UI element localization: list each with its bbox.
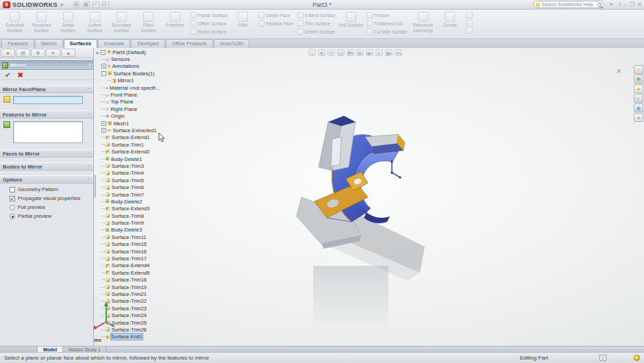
section-view-icon[interactable]: ◫ [337,49,345,56]
tree-item[interactable]: ◂▸−❖Part3 (Default) [95,49,186,55]
group-mirror-face-plane[interactable]: Mirror Face/Plane ⌃ [0,85,93,93]
toolbar-button-fillet[interactable]: Fillet [230,10,256,38]
toolbar-button-filled-surface[interactable]: Filled Surface [135,10,162,38]
toolbar-button-planar-surface[interactable]: Planar Surface [190,12,227,18]
file-explorer-icon[interactable]: ▰ [634,84,643,93]
toolbar-button-freeform[interactable]: Freeform [162,10,188,38]
undo-icon[interactable]: ↶ [92,1,99,8]
tab-office-products[interactable]: Office Products [166,39,213,48]
tree-item[interactable]: ⊠Body-Delete2 [95,198,186,205]
design-library-icon[interactable]: ▤ [634,75,643,84]
toolbar-button-reference-geometry[interactable]: Reference Geometry [410,10,436,38]
tree-item[interactable]: ◪Surface-Trim1 [95,141,186,148]
tree-item[interactable]: ◪Surface-Trim21 [95,290,186,297]
display-style-icon[interactable]: ◍ [356,49,364,56]
tree-item[interactable]: ◩Surface-Extend2 [95,148,186,155]
tab-sketch[interactable]: Sketch [35,39,63,48]
ok-button[interactable]: ✔ [5,71,10,79]
search-input[interactable]: Search SolidWorks Help [533,1,604,8]
tree-item[interactable]: ◩Surface-Extend3 [95,205,186,212]
solidworks-resources-icon[interactable]: ⌂ [634,65,643,74]
tree-item[interactable]: ◪Surface-Trim18 [95,277,186,284]
tab-scroll-area[interactable] [0,347,38,352]
tree-item[interactable]: −▣Surface Bodies(1) [95,70,186,77]
extra-tool-icon[interactable] [466,20,473,26]
checkbox-icon[interactable]: ✓ [10,196,15,201]
open-icon[interactable]: ▤ [73,1,80,8]
appearances-icon[interactable]: ● [634,113,643,122]
toolbar-button-untrim-surface[interactable]: Untrim Surface [297,29,335,35]
tree-item[interactable]: ◪Surface-Trim17 [95,255,186,262]
tree-item[interactable]: ≡Material <not specifi... [95,84,186,91]
option-full-preview[interactable]: Full preview [10,204,93,210]
tree-item[interactable]: ◨Mirror1 [95,77,186,84]
minimize-icon[interactable]: – [624,1,627,8]
rebuild-icon[interactable]: ⟳ [102,1,109,8]
zoom-to-fit-icon[interactable]: ⌂ [308,49,316,56]
toolbar-button-thickened-cut[interactable]: Thickened Cut [367,21,408,27]
tree-item[interactable]: ▱Top Plane [95,99,186,105]
toolbar-button-swept-surface[interactable]: Swept Surface [55,10,82,38]
toolbar-button-extruded-surface[interactable]: Extruded Surface [1,10,28,38]
extra-tool-icon[interactable] [466,12,473,18]
menu-expand-arrow[interactable]: ▸ [61,2,64,8]
propertymanager-tab-icon[interactable]: ▤ [16,49,30,57]
expand-icon[interactable]: + [101,121,106,126]
toolbar-button-trim-surface[interactable]: Trim Surface [297,21,335,27]
toolbar-button-thicken[interactable]: Thicken [367,12,408,18]
tab-scanto3d[interactable]: ScanTo3D [214,39,250,48]
expand-icon[interactable]: + [101,64,106,68]
task-pane-toggle-icon[interactable]: 1 [599,355,606,361]
restore-icon[interactable]: ❐ [630,1,634,8]
quick-tips-icon[interactable] [634,355,640,361]
tree-item[interactable]: ◪Surface-Trim3 [95,162,186,169]
tree-item[interactable]: ◎Sensors [95,55,186,62]
group-features-to-mirror[interactable]: Features to Mirror ⌃ [0,110,93,118]
tree-item[interactable]: ◪Surface-Trim23 [95,305,186,312]
tree-item[interactable]: ◪Surface-Trim6 [95,184,186,190]
toolbar-button-replace-face[interactable]: Replace Face [258,21,293,27]
view-orientation-icon[interactable]: ⬒ [347,49,354,56]
tab-features[interactable]: Features [1,39,34,48]
tree-item[interactable]: +▰Surface-Extracted1 [95,127,186,134]
checkbox-icon[interactable] [10,187,15,192]
part-model[interactable] [264,101,456,334]
zoom-to-area-icon[interactable]: ⊞ [318,49,325,56]
toolbar-button-ruled-surface[interactable]: Ruled Surface [190,29,227,35]
option-geometry-pattern[interactable]: Geometry Pattern [10,186,93,192]
tree-item[interactable]: ◩Surface-Extend5 [95,269,186,276]
help-icon[interactable]: ? [88,62,91,68]
option-propagate-visual-properties[interactable]: ✓Propagate visual properties [10,195,93,201]
tree-item[interactable]: ◪Surface-Trim7 [95,191,186,198]
tree-item[interactable]: ◪Surface-Trim22 [95,298,186,305]
help-icon[interactable]: ? [618,1,621,8]
tree-item[interactable]: ✛Origin [95,113,186,120]
toolbar-button-knit-surface[interactable]: Knit Surface [338,10,364,38]
tree-item[interactable]: ⊠Body-Delete3 [95,227,186,234]
tree-item[interactable]: +AAnnotations [95,63,186,70]
tree-item[interactable]: ▱Right Plane [95,105,186,112]
toolbar-button-delete-face[interactable]: Delete Face [258,12,293,18]
cancel-button[interactable]: ✖ [17,71,23,79]
tree-item[interactable]: ◪Surface-Trim16 [95,248,186,255]
search-icon[interactable]: ⌕ [634,94,643,103]
toolbar-button-boundary-surface[interactable]: Boundary Surface [108,10,135,38]
tab-motion-study-1[interactable]: Motion Study 1 [63,347,107,352]
tree-item[interactable]: ◪Surface-Trim5 [95,177,186,184]
dimxpert-tab-icon[interactable]: ✛ [46,49,60,57]
radio-icon[interactable] [10,214,15,219]
graphics-viewport[interactable]: ⌂⊞↺◫⬒◍◉◐▣✦ ⌂▤▰⌕◍● ✕ [0,48,644,346]
tab-model[interactable]: Model [38,347,63,352]
tree-item[interactable]: ◪Surface-Trim24 [95,312,186,318]
save-icon[interactable]: ▦ [83,1,90,8]
tree-collapse-arrows[interactable]: ◂▸ [95,50,99,55]
toolbar-button-offset-surface[interactable]: Offset Surface [190,21,227,27]
collapse-icon[interactable]: − [101,50,106,55]
tab-evaluate[interactable]: Evaluate [98,39,130,48]
toolbar-button-lofted-surface[interactable]: Lofted Surface [82,10,108,38]
search-dropdown-arrow[interactable]: ▾ [607,1,615,8]
tree-item[interactable]: ◪Surface-Trim11 [95,234,186,240]
view-palette-icon[interactable]: ◍ [634,103,643,112]
tree-item[interactable]: ◪Surface-Trim8 [95,212,186,219]
tree-item[interactable]: ◩Surface-Extend1 [95,134,186,141]
